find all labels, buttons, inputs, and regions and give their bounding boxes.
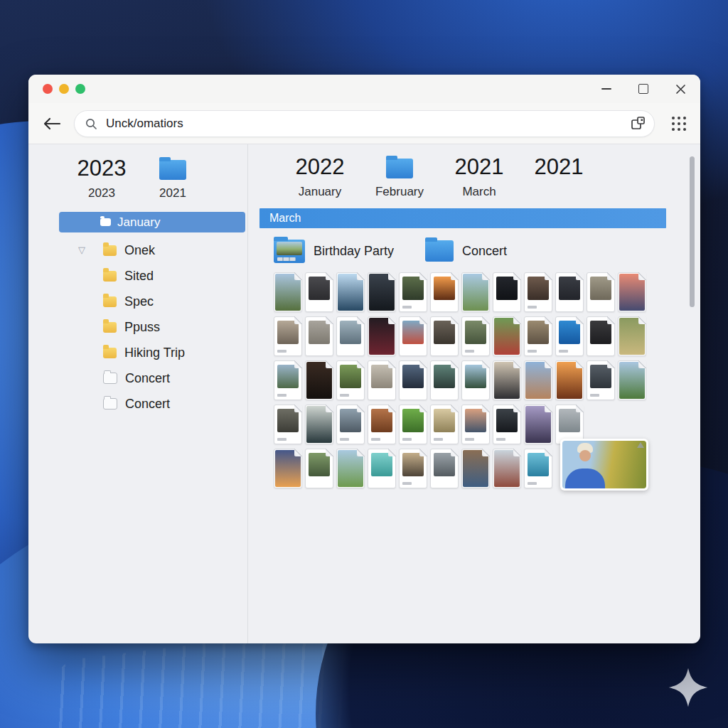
year-item-january[interactable]: 2022January xyxy=(280,153,360,200)
year-item-2021[interactable]: 2021 xyxy=(519,153,599,200)
photo-thumbnail[interactable] xyxy=(493,272,521,312)
photo-thumbnail[interactable] xyxy=(461,272,490,312)
sidebar-item-spec[interactable]: Spec xyxy=(28,289,247,314)
close-icon[interactable] xyxy=(673,82,687,96)
photo-thumbnail[interactable] xyxy=(430,449,459,488)
photo-thumbnail[interactable] xyxy=(461,449,490,488)
photo-thumbnail[interactable] xyxy=(305,272,333,312)
photo-thumbnail[interactable] xyxy=(493,405,521,444)
chevron-down-icon[interactable]: ▽ xyxy=(78,245,85,255)
photo-thumbnail[interactable] xyxy=(368,360,396,400)
photo-thumbnail[interactable] xyxy=(493,316,521,356)
sidebar-item-onek[interactable]: ▽Onek xyxy=(28,237,247,263)
page-fold-icon xyxy=(294,316,302,324)
photo-thumbnail[interactable] xyxy=(305,449,333,488)
photo-thumbnail[interactable] xyxy=(524,360,552,400)
photo-thumbnail[interactable] xyxy=(305,360,333,400)
scrollbar[interactable] xyxy=(690,156,695,307)
photo-thumbnail[interactable] xyxy=(587,360,615,400)
photo-thumbnail[interactable] xyxy=(524,316,552,356)
photo-thumbnail[interactable] xyxy=(524,272,552,312)
photo-thumbnail[interactable] xyxy=(368,316,396,356)
photo-thumbnail[interactable] xyxy=(587,272,615,312)
back-button[interactable] xyxy=(43,117,61,130)
photo-thumbnail[interactable] xyxy=(399,405,427,444)
page-fold-icon xyxy=(451,449,459,456)
page-fold-icon xyxy=(388,316,396,324)
photo-thumbnail[interactable] xyxy=(336,449,365,488)
photo-thumbnail[interactable] xyxy=(430,360,459,400)
close-traffic-button[interactable] xyxy=(43,84,53,94)
section-header-bar: March xyxy=(259,208,666,228)
sidebar-item-ppuss[interactable]: Ppuss xyxy=(28,314,247,340)
photo-thumbnail[interactable] xyxy=(524,405,552,444)
page-fold-icon xyxy=(451,405,459,412)
photo-thumbnail[interactable] xyxy=(274,272,302,312)
photo-thumbnail[interactable] xyxy=(336,360,365,400)
photo-thumbnail[interactable] xyxy=(274,360,302,400)
photo-thumbnail[interactable] xyxy=(493,360,521,400)
zoom-traffic-button[interactable] xyxy=(75,84,85,94)
sidebar-group-2023[interactable]: 20232023 xyxy=(71,154,132,202)
photo-thumbnail[interactable] xyxy=(368,449,396,488)
photo-thumbnail[interactable] xyxy=(493,449,521,488)
sidebar-item-concert[interactable]: Concert xyxy=(28,365,247,391)
photo-grid xyxy=(274,272,651,493)
item-label: Onek xyxy=(124,243,155,258)
photo-thumbnail[interactable] xyxy=(555,272,584,312)
photo-thumbnail[interactable] xyxy=(274,405,302,444)
photo-thumbnail[interactable] xyxy=(618,272,646,312)
maximize-icon[interactable] xyxy=(636,82,651,96)
photo-thumbnail[interactable] xyxy=(555,360,584,400)
photo-thumbnail[interactable] xyxy=(524,449,552,488)
search-input[interactable] xyxy=(105,116,631,132)
minimize-icon[interactable] xyxy=(599,82,614,96)
photo-thumbnail[interactable] xyxy=(399,449,427,488)
photo-thumbnail[interactable] xyxy=(399,360,427,400)
search-bar[interactable] xyxy=(74,110,655,137)
photo-thumbnail[interactable] xyxy=(368,405,396,444)
sidebar-group-2021[interactable]: 2021 xyxy=(142,154,203,202)
photo-thumbnail[interactable] xyxy=(336,316,365,356)
photo-thumbnail[interactable] xyxy=(274,449,302,488)
page-fold-icon xyxy=(419,316,427,324)
photo-thumbnail[interactable] xyxy=(430,316,459,356)
caption-mark xyxy=(528,482,537,485)
sidebar-item-january-selected[interactable]: January xyxy=(59,212,245,232)
photo-thumbnail[interactable] xyxy=(305,316,333,356)
photo-thumbnail[interactable] xyxy=(461,405,490,444)
caption-mark xyxy=(402,438,412,441)
photo-thumbnail[interactable] xyxy=(274,316,302,356)
folder-item-concert[interactable]: Concert xyxy=(425,240,507,262)
folder-icon xyxy=(103,271,117,282)
photo-thumbnail[interactable] xyxy=(555,316,584,356)
year-text: 2021 xyxy=(535,153,584,181)
photo-thumbnail[interactable] xyxy=(336,272,365,312)
photo-thumbnail[interactable] xyxy=(399,272,427,312)
photo-thumbnail[interactable] xyxy=(461,360,490,400)
sidebar-item-concert[interactable]: Concert xyxy=(28,391,247,417)
photo-thumbnail[interactable] xyxy=(430,272,459,312)
page-fold-icon xyxy=(638,272,646,280)
sidebar-item-hiking-trip[interactable]: Hiking Trip xyxy=(28,340,247,365)
photo-thumbnail[interactable] xyxy=(618,316,646,356)
photo-thumbnail[interactable] xyxy=(336,405,365,444)
photo-thumbnail[interactable] xyxy=(399,316,427,356)
photo-thumbnail[interactable] xyxy=(618,360,646,400)
year-item-march[interactable]: 2021March xyxy=(439,153,519,200)
photo-thumbnail[interactable] xyxy=(587,316,615,356)
photo-thumbnail[interactable] xyxy=(461,316,490,356)
photo-thumbnail[interactable] xyxy=(430,405,459,444)
new-window-icon[interactable] xyxy=(631,116,646,131)
folder-item-birthday-party[interactable]: Birthday Party xyxy=(274,240,394,263)
page-fold-icon xyxy=(388,449,396,456)
photo-thumbnail[interactable] xyxy=(368,272,396,312)
apps-grid-icon[interactable] xyxy=(672,117,686,131)
folder-icon xyxy=(103,373,117,384)
sparkle-icon xyxy=(668,667,709,708)
photo-thumbnail[interactable] xyxy=(305,405,333,444)
year-item-february[interactable]: February xyxy=(360,153,439,200)
minimize-traffic-button[interactable] xyxy=(59,84,69,94)
sidebar-item-sited[interactable]: Sited xyxy=(28,263,247,289)
portrait-photo[interactable] xyxy=(560,439,648,491)
